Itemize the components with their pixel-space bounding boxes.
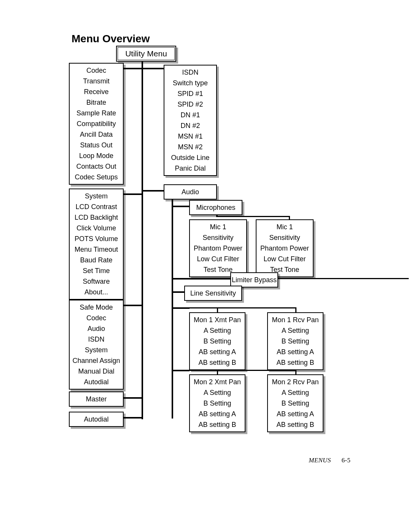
connector <box>172 206 190 207</box>
audio-menu: Audio <box>164 184 217 200</box>
connector <box>172 278 231 280</box>
mon2-rcv-pan: Mon 2 Rcv PanA SettingB SettingAB settin… <box>267 374 323 432</box>
limiter-bypass: Limiter Bypass <box>230 272 278 288</box>
mon2-xmt-pan: Mon 2 Xmt PanA SettingB SettingAB settin… <box>189 374 245 432</box>
connector <box>122 68 142 69</box>
mon1-xmt-pan: Mon 1 Xmt PanA SettingB SettingAB settin… <box>189 312 245 370</box>
connector <box>142 59 143 419</box>
utility-menu-title: Utility Menu <box>116 46 176 62</box>
connector <box>189 307 296 308</box>
codec-menu: CodecTransmitReceiveBitrateSample RateCo… <box>69 63 124 185</box>
connector <box>216 216 290 217</box>
connector <box>122 193 142 195</box>
connector <box>172 370 190 371</box>
isdn-menu: ISDNSwitch typeSPID #1SPID #2DN #1DN #2M… <box>164 65 217 176</box>
mon1-rcv-pan: Mon 1 Rcv PanA SettingB SettingAB settin… <box>267 312 323 370</box>
system-menu: SystemLCD ContrastLCD BacklightClick Vol… <box>69 189 124 300</box>
line-sensitivity: Line Sensitivity <box>184 286 242 301</box>
connector <box>217 307 218 313</box>
mic2-menu: Mic 1SensitivityPhantom PowerLow Cut Fil… <box>256 219 314 277</box>
page-footer: MENUS6-5 <box>309 457 350 464</box>
connector <box>122 397 142 399</box>
mic1-menu: Mic 1SensitivityPhantom PowerLow Cut Fil… <box>189 219 247 277</box>
master-menu: Master <box>69 391 124 407</box>
connector <box>122 305 142 306</box>
connector <box>142 190 164 192</box>
page-title: Menu Overview <box>72 33 150 45</box>
connector <box>172 307 190 309</box>
connector <box>142 68 164 69</box>
microphones-menu: Microphones <box>189 200 242 215</box>
connector <box>295 307 296 313</box>
autodial-menu: Autodial <box>69 412 124 427</box>
connector <box>122 417 142 419</box>
safe-mode-menu: Safe ModeCodecAudioISDNSystemChannel Ass… <box>69 300 124 390</box>
